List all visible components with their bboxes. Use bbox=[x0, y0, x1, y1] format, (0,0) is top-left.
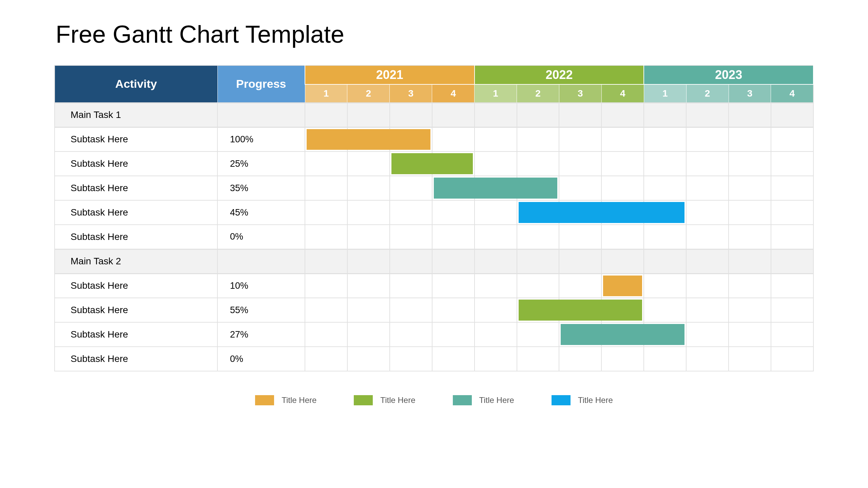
timeline-cell bbox=[347, 151, 390, 176]
subtask-row: Subtask Here10% bbox=[55, 273, 813, 298]
timeline-cell bbox=[771, 347, 813, 371]
timeline-cell bbox=[729, 176, 771, 200]
quarter-header: 4 bbox=[432, 84, 475, 103]
gantt-bar bbox=[603, 276, 642, 297]
legend-swatch bbox=[453, 395, 472, 405]
timeline-cell bbox=[517, 347, 559, 371]
gantt-bar bbox=[561, 324, 602, 345]
legend-label: Title Here bbox=[282, 395, 316, 405]
timeline-cell bbox=[686, 322, 729, 347]
legend-swatch bbox=[255, 395, 274, 405]
gantt-body: Main Task 1Subtask Here100%Subtask Here2… bbox=[55, 103, 813, 371]
timeline-cell bbox=[686, 225, 729, 249]
task-progress: 55% bbox=[217, 298, 305, 322]
legend: Title HereTitle HereTitle HereTitle Here bbox=[54, 395, 814, 405]
year-header: 2023 bbox=[644, 65, 813, 84]
task-label: Main Task 1 bbox=[55, 103, 217, 127]
timeline-cell bbox=[475, 322, 517, 347]
timeline-cell bbox=[305, 347, 347, 371]
task-progress: 25% bbox=[217, 151, 305, 176]
timeline-cell bbox=[517, 127, 559, 151]
timeline-cell bbox=[559, 127, 601, 151]
timeline-cell bbox=[729, 322, 771, 347]
timeline-cell bbox=[644, 273, 686, 298]
timeline-cell bbox=[432, 176, 475, 200]
gantt-bar bbox=[519, 202, 560, 223]
gantt-chart: ActivityProgress202120222023 12341234123… bbox=[54, 65, 814, 371]
timeline-cell bbox=[517, 298, 559, 322]
timeline-cell bbox=[347, 200, 390, 225]
timeline-cell bbox=[771, 298, 813, 322]
gantt-header: ActivityProgress202120222023 12341234123… bbox=[55, 65, 813, 103]
task-progress: 0% bbox=[217, 347, 305, 371]
timeline-cell bbox=[390, 298, 432, 322]
timeline-cell bbox=[601, 347, 644, 371]
subtask-row: Subtask Here27% bbox=[55, 322, 813, 347]
quarter-header: 4 bbox=[771, 84, 813, 103]
timeline-cell bbox=[305, 249, 347, 273]
quarter-header: 2 bbox=[686, 84, 729, 103]
timeline-cell bbox=[347, 127, 390, 151]
timeline-cell bbox=[559, 200, 601, 225]
timeline-cell bbox=[686, 298, 729, 322]
timeline-cell bbox=[644, 249, 686, 273]
timeline-cell bbox=[305, 298, 347, 322]
timeline-cell bbox=[559, 103, 601, 127]
timeline-cell bbox=[601, 151, 644, 176]
quarter-header: 1 bbox=[644, 84, 686, 103]
task-progress bbox=[217, 249, 305, 273]
subtask-row: Subtask Here35% bbox=[55, 176, 813, 200]
timeline-cell bbox=[559, 347, 601, 371]
timeline-cell bbox=[390, 176, 432, 200]
timeline-cell bbox=[347, 225, 390, 249]
quarter-header: 4 bbox=[601, 84, 644, 103]
page-title: Free Gantt Chart Template bbox=[56, 20, 814, 48]
timeline-cell bbox=[771, 225, 813, 249]
task-label: Subtask Here bbox=[55, 298, 217, 322]
quarter-header: 3 bbox=[559, 84, 601, 103]
column-header-progress: Progress bbox=[217, 65, 305, 103]
gantt-bar bbox=[474, 178, 517, 199]
timeline-cell bbox=[347, 298, 390, 322]
timeline-cell bbox=[601, 225, 644, 249]
timeline-cell bbox=[559, 151, 601, 176]
timeline-cell bbox=[347, 249, 390, 273]
timeline-cell bbox=[729, 200, 771, 225]
timeline-cell bbox=[390, 225, 432, 249]
timeline-cell bbox=[771, 322, 813, 347]
quarter-header: 3 bbox=[729, 84, 771, 103]
legend-item: Title Here bbox=[255, 395, 316, 405]
quarter-header: 3 bbox=[390, 84, 432, 103]
subtask-row: Subtask Here45% bbox=[55, 200, 813, 225]
timeline-cell bbox=[559, 249, 601, 273]
gantt-bar bbox=[389, 129, 430, 150]
timeline-cell bbox=[475, 225, 517, 249]
timeline-cell bbox=[305, 200, 347, 225]
gantt-bar bbox=[559, 300, 602, 321]
timeline-cell bbox=[432, 127, 475, 151]
timeline-cell bbox=[475, 103, 517, 127]
task-label: Subtask Here bbox=[55, 225, 217, 249]
gantt-bar bbox=[347, 129, 390, 150]
timeline-cell bbox=[305, 103, 347, 127]
task-label: Subtask Here bbox=[55, 273, 217, 298]
timeline-cell bbox=[559, 176, 601, 200]
timeline-cell bbox=[475, 273, 517, 298]
gantt-bar bbox=[517, 178, 558, 199]
task-label: Subtask Here bbox=[55, 200, 217, 225]
timeline-cell bbox=[729, 225, 771, 249]
timeline-cell bbox=[432, 298, 475, 322]
timeline-cell bbox=[771, 103, 813, 127]
main-task-row: Main Task 1 bbox=[55, 103, 813, 127]
task-progress: 45% bbox=[217, 200, 305, 225]
timeline-cell bbox=[517, 249, 559, 273]
gantt-bar bbox=[434, 178, 475, 199]
timeline-cell bbox=[517, 200, 559, 225]
timeline-cell bbox=[390, 322, 432, 347]
timeline-cell bbox=[305, 322, 347, 347]
timeline-cell bbox=[347, 273, 390, 298]
subtask-row: Subtask Here0% bbox=[55, 225, 813, 249]
timeline-cell bbox=[771, 127, 813, 151]
timeline-cell bbox=[644, 200, 686, 225]
timeline-cell bbox=[475, 176, 517, 200]
